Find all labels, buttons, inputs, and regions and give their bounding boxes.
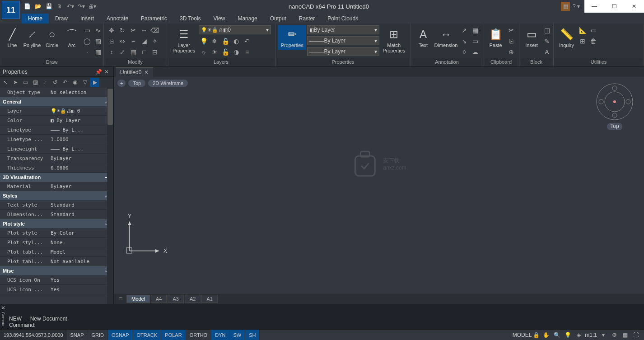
layer-lock-icon[interactable]: 🔒 <box>220 36 230 46</box>
text-button[interactable]: AText <box>414 25 433 50</box>
open-icon[interactable]: 📂 <box>33 2 42 11</box>
offset-icon[interactable]: ⊏ <box>139 47 149 57</box>
help-icon[interactable]: ? ▾ <box>572 2 581 11</box>
prop-val[interactable]: By Color <box>49 230 113 236</box>
chamfer-icon[interactable]: ◢ <box>139 36 149 46</box>
revcloud-icon[interactable]: ☁ <box>470 47 480 57</box>
explode-icon[interactable]: ✧ <box>150 36 160 46</box>
paste-button[interactable]: 📋Paste <box>486 25 505 50</box>
prop-val[interactable]: Model <box>49 249 113 255</box>
status-toggle-osnap[interactable]: OSNAP <box>108 330 133 340</box>
iso-icon[interactable]: ◈ <box>574 331 583 340</box>
model-space-label[interactable]: MODEL 🔒 <box>513 332 540 338</box>
expand-icon[interactable]: ⛶ <box>631 331 640 340</box>
pick-icon[interactable]: ➤ <box>11 78 20 87</box>
layout-tab-a4[interactable]: A4 <box>151 295 167 303</box>
linetype-dropdown[interactable]: ——— By Layer▾ <box>307 47 379 56</box>
copybase-icon[interactable]: ⊕ <box>506 47 516 57</box>
table-icon[interactable]: ▦ <box>470 25 480 35</box>
prop-val[interactable]: ByLayer <box>49 184 113 189</box>
prop-row[interactable]: Plot styleBy Color <box>0 228 113 238</box>
document-tab[interactable]: Untitled0 ✕ <box>116 67 153 77</box>
layer-match-icon[interactable]: ≡ <box>242 47 252 57</box>
tab-raster[interactable]: Raster <box>293 14 321 24</box>
sel-all-icon[interactable]: ◉ <box>70 78 79 87</box>
doc-tab-close-icon[interactable]: ✕ <box>144 69 149 76</box>
stretch-icon[interactable]: ↕ <box>107 47 117 57</box>
scrollbar-thumb[interactable] <box>107 89 113 125</box>
point-icon[interactable]: · <box>82 47 92 57</box>
wipeout-icon[interactable]: ◊ <box>459 47 469 57</box>
erase-icon[interactable]: ⌫ <box>150 25 160 35</box>
sel-last-icon[interactable]: ↺ <box>51 78 60 87</box>
circle-button[interactable]: ○Circle <box>42 25 61 50</box>
undo-icon[interactable]: ↶▾ <box>66 2 75 11</box>
panel-annotation-label[interactable]: Annotation <box>413 58 481 66</box>
prop-group-styles[interactable]: Styles— <box>0 191 113 200</box>
region-icon[interactable]: ▦ <box>93 47 103 57</box>
status-toggle-sh[interactable]: SH <box>245 330 260 340</box>
prop-row[interactable]: TransparencyByLayer <box>0 154 113 163</box>
fillet-icon[interactable]: ⌐ <box>128 36 138 46</box>
prop-row[interactable]: MaterialByLayer <box>0 182 113 191</box>
layout-tab-a3[interactable]: A3 <box>168 295 183 303</box>
prop-val[interactable]: ——— By L... <box>49 146 113 152</box>
view-top-badge[interactable]: Top <box>128 80 145 87</box>
purge-icon[interactable]: 🗑 <box>588 36 598 46</box>
view-add-button[interactable]: + <box>117 80 126 87</box>
prop-row[interactable]: UCS icon OnYes <box>0 275 113 285</box>
tab-annotate[interactable]: Annotate <box>100 14 135 24</box>
prop-group-general[interactable]: General— <box>0 97 113 106</box>
prop-val[interactable]: Not available <box>49 259 113 264</box>
prop-row[interactable]: Linetype——— By L... <box>0 125 113 135</box>
color-dropdown[interactable]: ◧ By Layer▾ <box>307 25 379 34</box>
prop-row[interactable]: Plot tabl...Not available <box>0 257 113 266</box>
tab-pointclouds[interactable]: Point Clouds <box>321 14 364 24</box>
prop-group-plot-style[interactable]: Plot style— <box>0 219 113 228</box>
pan-icon[interactable]: ✋ <box>541 331 551 340</box>
tab-3dtools[interactable]: 3D Tools <box>173 14 207 24</box>
prop-row[interactable]: UCS icon ...Yes <box>0 285 113 294</box>
cut-icon[interactable]: ✂ <box>506 25 516 35</box>
layer-freeze-icon[interactable]: ❄ <box>210 36 219 46</box>
prop-val[interactable]: ◧ By Layer <box>49 118 113 123</box>
layer-on-icon[interactable]: ☼ <box>199 47 209 57</box>
layout-tab-a1[interactable]: A1 <box>201 295 217 303</box>
layer-unlock-icon[interactable]: 🔓 <box>220 47 230 57</box>
redo-icon[interactable]: ↷▾ <box>77 2 86 11</box>
sel-window-icon[interactable]: ▭ <box>21 78 30 87</box>
sel-toggle-icon[interactable]: ▶ <box>90 78 99 87</box>
prop-val[interactable]: Yes <box>49 277 113 283</box>
layer-uniso-icon[interactable]: ◑ <box>231 47 241 57</box>
prop-row[interactable]: Thickness0.0000 <box>0 163 113 173</box>
spline-icon[interactable]: ∿ <box>93 25 103 35</box>
block-create-icon[interactable]: ◫ <box>542 25 552 35</box>
panel-draw-label[interactable]: Draw <box>2 58 102 66</box>
match-properties-button[interactable]: ⊞Match Properties <box>380 25 408 55</box>
polyline-button[interactable]: ⟋Polyline <box>23 25 42 50</box>
prop-val[interactable]: Yes <box>49 287 113 293</box>
dimension-button[interactable]: ↔Dimension <box>434 25 458 50</box>
prop-row[interactable]: Plot styl...None <box>0 238 113 247</box>
extend-icon[interactable]: ↔ <box>139 25 149 35</box>
prop-row[interactable]: Dimension...Standard <box>0 210 113 219</box>
panel-modify-label[interactable]: Modify <box>106 58 165 66</box>
grid-icon[interactable]: ▦ <box>621 331 630 340</box>
status-toggle-polar[interactable]: POLAR <box>161 330 186 340</box>
minimize-button[interactable]: — <box>584 0 604 13</box>
prop-val[interactable]: Standard <box>49 212 113 217</box>
rotate-icon[interactable]: ↻ <box>117 25 127 35</box>
status-toggle-sw[interactable]: SW <box>229 330 245 340</box>
copy-icon[interactable]: ⎘ <box>107 36 117 46</box>
layer-iso-icon[interactable]: ◐ <box>231 36 241 46</box>
tab-output[interactable]: Output <box>264 14 293 24</box>
panel-block-label[interactable]: Block <box>521 58 551 66</box>
field-icon[interactable]: ▭ <box>470 36 480 46</box>
panel-layers-label[interactable]: Layers <box>169 58 273 66</box>
ellipse-icon[interactable]: ◯ <box>82 36 92 46</box>
print-icon[interactable]: 🖨▾ <box>88 2 97 11</box>
maximize-button[interactable]: ☐ <box>604 0 624 13</box>
view-style-badge[interactable]: 2D Wireframe <box>148 80 188 87</box>
sel-prev-icon[interactable]: ↶ <box>61 78 70 87</box>
bulb-icon[interactable]: 💡 <box>563 331 572 340</box>
